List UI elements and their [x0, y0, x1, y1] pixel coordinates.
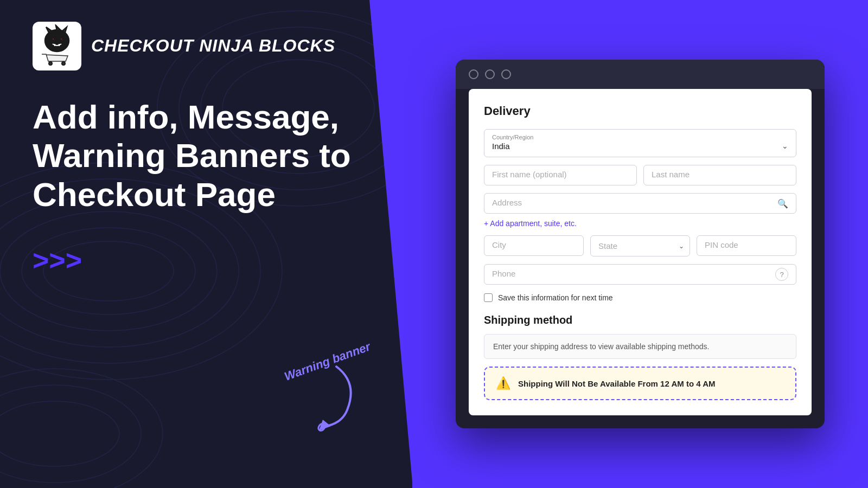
phone-placeholder: Phone	[492, 269, 515, 278]
warning-banner: ⚠️ Shipping Will Not Be Available From 1…	[484, 367, 796, 400]
warning-triangle-icon: ⚠️	[496, 376, 510, 390]
help-icon: ?	[775, 268, 788, 281]
shipping-info-text: Enter your shipping address to view avai…	[493, 342, 709, 351]
left-panel: CHECKOUT NINJA BLOCKS Add info, Message,…	[0, 0, 412, 488]
browser-dot-green	[501, 69, 511, 79]
ninja-logo-icon	[35, 24, 79, 68]
state-field[interactable]: State ⌄	[590, 235, 690, 256]
arrows-row: >>>	[33, 246, 380, 274]
curved-arrow-icon	[304, 361, 369, 432]
phone-field[interactable]: Phone ?	[484, 264, 796, 285]
shipping-info-box: Enter your shipping address to view avai…	[484, 334, 796, 359]
first-name-field[interactable]: First name (optional)	[484, 165, 637, 185]
browser-mockup: Delivery Country/Region India ⌄ First na…	[456, 60, 825, 428]
curved-arrow-container	[304, 361, 369, 434]
headline: Add info, Message, Warning Banners to Ch…	[33, 98, 380, 214]
city-state-pin-row: City State ⌄ PIN code	[484, 235, 796, 256]
chevron-down-icon: ⌄	[782, 142, 788, 150]
first-name-placeholder: First name (optional)	[492, 170, 567, 179]
save-info-row: Save this information for next time	[484, 293, 796, 302]
city-field[interactable]: City	[484, 235, 584, 256]
browser-dot-red	[469, 69, 478, 79]
browser-dot-yellow	[485, 69, 495, 79]
pin-field[interactable]: PIN code	[697, 235, 796, 256]
browser-titlebar	[456, 60, 825, 89]
search-icon: 🔍	[777, 198, 788, 209]
brand-title: CHECKOUT NINJA BLOCKS	[91, 36, 335, 55]
right-panel: Delivery Country/Region India ⌄ First na…	[412, 0, 868, 488]
address-placeholder: Address	[492, 198, 522, 207]
svg-point-24	[49, 62, 52, 65]
chevron-arrows: >>>	[33, 246, 82, 274]
country-value: India	[492, 142, 510, 151]
name-row: First name (optional) Last name	[484, 165, 796, 185]
logo-box	[33, 22, 81, 70]
country-region-field[interactable]: Country/Region India ⌄	[484, 129, 796, 157]
state-chevron-down-icon: ⌄	[679, 242, 684, 250]
save-info-label: Save this information for next time	[498, 293, 613, 302]
country-label: Country/Region	[492, 134, 788, 140]
delivery-title: Delivery	[484, 104, 796, 118]
svg-point-21	[60, 38, 62, 40]
svg-point-12	[0, 401, 119, 466]
left-content: CHECKOUT NINJA BLOCKS Add info, Message,…	[33, 22, 380, 274]
last-name-field[interactable]: Last name	[643, 165, 796, 185]
svg-point-11	[0, 385, 141, 483]
city-placeholder: City	[492, 240, 506, 249]
svg-point-25	[62, 62, 65, 65]
address-field[interactable]: Address 🔍	[484, 193, 796, 214]
logo-row: CHECKOUT NINJA BLOCKS	[33, 22, 380, 70]
state-placeholder: State	[598, 241, 617, 251]
last-name-placeholder: Last name	[652, 170, 690, 179]
shipping-method-title: Shipping method	[484, 314, 796, 326]
warning-banner-text: Shipping Will Not Be Available From 12 A…	[518, 379, 716, 388]
add-apartment-link[interactable]: + Add apartment, suite, etc.	[484, 219, 796, 228]
save-info-checkbox[interactable]	[484, 293, 493, 302]
address-row: Address 🔍	[484, 193, 796, 214]
pin-placeholder: PIN code	[705, 240, 738, 249]
checkout-panel: Delivery Country/Region India ⌄ First na…	[469, 89, 812, 415]
svg-point-19	[52, 38, 54, 40]
svg-point-10	[0, 369, 163, 488]
